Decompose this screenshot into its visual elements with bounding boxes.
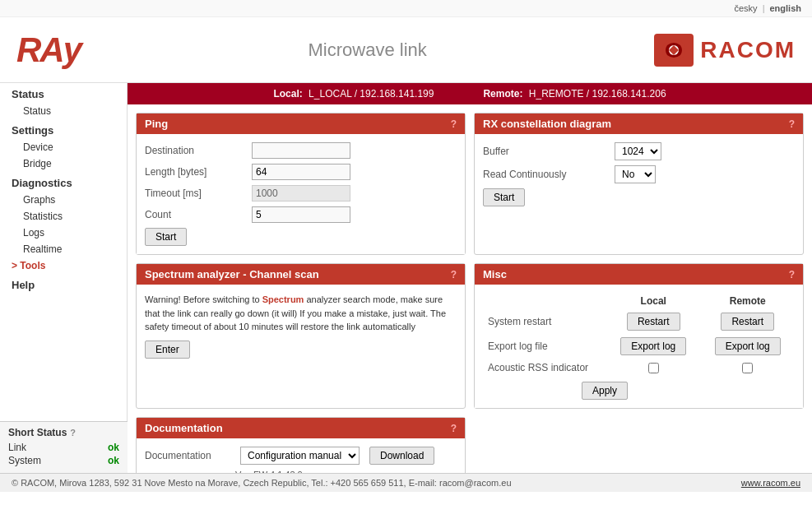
documentation-help[interactable]: ? (451, 423, 457, 434)
local-label: Local: (273, 88, 302, 100)
short-status-system-value[interactable]: ok (108, 455, 119, 466)
logo-racom: RACOM (654, 34, 796, 67)
restart-local-button[interactable]: Restart (627, 313, 680, 331)
rx-read-row: Read Continuously No Yes (483, 165, 795, 183)
sidebar-item-graphs[interactable]: Graphs (0, 192, 127, 208)
sidebar-section-status: Status (0, 83, 127, 103)
sidebar-item-status[interactable]: Status (0, 103, 127, 119)
misc-panel: Misc ? Local Remote System restart Resta… (474, 263, 804, 409)
ping-count-row: Count (145, 206, 457, 223)
rx-buffer-select[interactable]: 1024 512 2048 (615, 142, 661, 160)
ping-timeout-input[interactable] (252, 185, 350, 202)
spectrum-help[interactable]: ? (451, 269, 457, 280)
header: RAy Microwave link RACOM (0, 17, 812, 83)
restart-remote-button[interactable]: Restart (721, 313, 774, 331)
misc-table: Local Remote System restart Restart Rest… (483, 293, 795, 377)
documentation-panel: Documentation ? Documentation Configurat… (136, 417, 466, 473)
rx-start-button[interactable]: Start (483, 188, 525, 206)
racom-icon (654, 34, 694, 67)
ping-destination-input[interactable] (252, 142, 350, 159)
ping-panel: Ping ? Destination Length [bytes] Timeou… (136, 113, 466, 255)
rx-panel-header: RX constellation diagram ? (475, 114, 803, 134)
rx-title: RX constellation diagram (483, 118, 611, 130)
short-status-link-label: Link (8, 442, 26, 453)
misc-panel-header: Misc ? (475, 264, 803, 285)
rx-buffer-row: Buffer 1024 512 2048 (483, 142, 795, 160)
acoustic-rss-local-checkbox[interactable] (648, 363, 659, 373)
documentation-version-fw: Ver. FW:4.1.43.0 (235, 470, 457, 473)
ping-destination-label: Destination (145, 145, 252, 156)
system-restart-label: System restart (483, 309, 606, 334)
misc-title: Misc (483, 268, 507, 280)
documentation-select[interactable]: Configuration manual User guide Installa… (240, 447, 360, 465)
ping-timeout-row: Timeout [ms] (145, 185, 457, 202)
spectrum-panel: Spectrum analyzer - Channel scan ? Warni… (136, 263, 466, 409)
ping-count-label: Count (145, 209, 252, 220)
footer-website[interactable]: www.racom.eu (741, 478, 800, 488)
ping-count-input[interactable] (252, 206, 350, 223)
short-status-link-value[interactable]: ok (108, 442, 119, 453)
content-area: Ping ? Destination Length [bytes] Timeou… (128, 104, 812, 473)
lang-en-link[interactable]: english (769, 3, 801, 13)
sidebar-section-help: Help (0, 274, 127, 294)
spectrum-panel-header: Spectrum analyzer - Channel scan ? (137, 264, 465, 285)
misc-local-header: Local (606, 293, 701, 309)
sidebar-item-tools[interactable]: > Tools (0, 257, 127, 274)
ping-length-label: Length [bytes] (145, 166, 252, 178)
short-status-panel: Short Status ? Link ok System ok (0, 421, 128, 473)
spectrum-highlight: Spectrum (262, 294, 304, 304)
rx-panel: RX constellation diagram ? Buffer 1024 5… (474, 113, 804, 255)
local-value: L_LOCAL / 192.168.141.199 (309, 88, 434, 100)
ping-help[interactable]: ? (451, 118, 457, 130)
spectrum-warning: Warning! Before switching to Spectrum an… (145, 293, 457, 334)
misc-remote-header: Remote (701, 293, 796, 309)
ping-timeout-label: Timeout [ms] (145, 188, 252, 199)
acoustic-rss-remote-checkbox[interactable] (742, 363, 753, 373)
rx-help[interactable]: ? (789, 118, 795, 130)
lang-cs-link[interactable]: česky (735, 3, 758, 13)
documentation-doc-label: Documentation (145, 450, 235, 461)
page-title: Microwave link (309, 39, 427, 61)
remote-value: H_REMOTE / 192.168.141.206 (529, 88, 666, 100)
short-status-help[interactable]: ? (70, 428, 76, 438)
documentation-title: Documentation (145, 422, 223, 434)
sidebar-item-device[interactable]: Device (0, 139, 127, 155)
rx-buffer-label: Buffer (483, 146, 615, 157)
spectrum-enter-button[interactable]: Enter (145, 341, 190, 359)
ping-panel-header: Ping ? (137, 114, 465, 134)
sidebar: Status Status Settings Device Bridge Dia… (0, 83, 127, 294)
rx-read-select[interactable]: No Yes (615, 165, 656, 183)
footer: © RACOM, Mirova 1283, 592 31 Nove Mesto … (0, 473, 812, 492)
ping-length-row: Length [bytes] (145, 164, 457, 180)
ping-length-input[interactable] (252, 164, 350, 180)
racom-text: RACOM (700, 37, 796, 63)
sidebar-item-realtime[interactable]: Realtime (0, 241, 127, 257)
ping-destination-row: Destination (145, 142, 457, 159)
spectrum-title: Spectrum analyzer - Channel scan (145, 268, 319, 280)
misc-help[interactable]: ? (789, 269, 795, 280)
sidebar-item-logs[interactable]: Logs (0, 225, 127, 241)
ping-start-button[interactable]: Start (145, 228, 187, 246)
export-log-local-button[interactable]: Export log (620, 337, 686, 355)
logo-ray: RAy (16, 30, 81, 70)
ping-title: Ping (145, 118, 168, 130)
top-bar: česky | english (0, 0, 812, 17)
documentation-download-button-1[interactable]: Download (369, 447, 434, 465)
short-status-link-row: Link ok (8, 442, 119, 453)
short-status-title: Short Status (8, 427, 67, 438)
sidebar-item-statistics[interactable]: Statistics (0, 208, 127, 225)
documentation-panel-header: Documentation ? (137, 418, 465, 438)
export-log-remote-button[interactable]: Export log (715, 337, 781, 355)
sidebar-item-bridge[interactable]: Bridge (0, 155, 127, 172)
short-status-system-row: System ok (8, 455, 119, 466)
misc-apply-button[interactable]: Apply (582, 382, 628, 400)
short-status-system-label: System (8, 455, 41, 466)
export-log-label: Export log file (483, 334, 606, 359)
lang-separator: | (763, 3, 765, 13)
documentation-download-row: Documentation Configuration manual User … (145, 447, 457, 465)
remote-label: Remote: (483, 88, 522, 100)
sidebar-section-settings: Settings (0, 119, 127, 139)
sidebar-section-diagnostics: Diagnostics (0, 172, 127, 192)
status-bar: Local: L_LOCAL / 192.168.141.199 Remote:… (128, 83, 812, 104)
footer-copyright: © RACOM, Mirova 1283, 592 31 Nove Mesto … (12, 478, 512, 488)
